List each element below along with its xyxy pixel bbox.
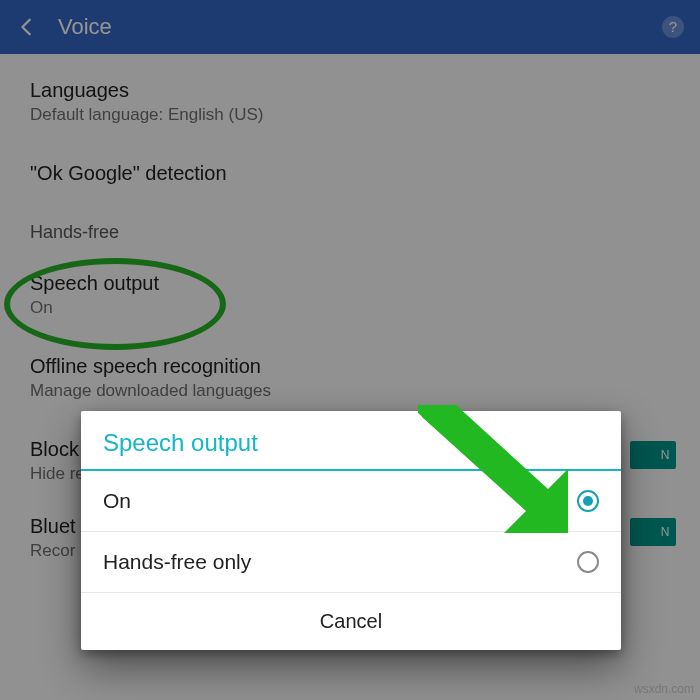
radio-checked-icon[interactable] <box>577 490 599 512</box>
dialog-title: Speech output <box>81 411 621 469</box>
cancel-button[interactable]: Cancel <box>81 593 621 650</box>
dialog-option-on[interactable]: On <box>81 471 621 531</box>
screen: Voice ? Languages Default language: Engl… <box>0 0 700 700</box>
option-label: Hands-free only <box>103 550 577 574</box>
dialog-option-handsfree[interactable]: Hands-free only <box>81 532 621 592</box>
dialog-speech-output: Speech output On Hands-free only Cancel <box>81 411 621 650</box>
radio-unchecked-icon[interactable] <box>577 551 599 573</box>
watermark: wsxdn.com <box>634 682 694 696</box>
option-label: On <box>103 489 577 513</box>
